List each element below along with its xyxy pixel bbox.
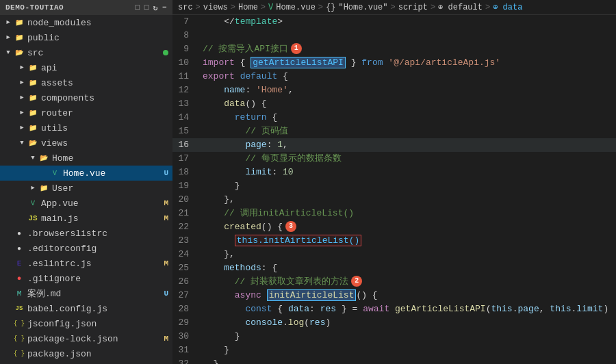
- line-content: }: [200, 330, 616, 343]
- line-content: // 页码值: [200, 125, 616, 138]
- md-icon: M: [14, 288, 25, 299]
- line-number: 7: [172, 15, 200, 29]
- line-number: 24: [172, 248, 200, 261]
- chevron-right-icon: ►: [3, 34, 14, 41]
- folder-open-icon: 📂: [27, 138, 38, 148]
- git-icon: ●: [14, 273, 25, 284]
- sidebar-item-editorconfig[interactable]: ► ● .editorconfig: [0, 241, 172, 256]
- sidebar-item-eslintrc[interactable]: ► E .eslintrc.js M: [0, 256, 172, 271]
- sep: >: [431, 3, 435, 12]
- config-icon: ●: [14, 228, 25, 239]
- line-content: // 按需导入API接口1: [200, 42, 616, 56]
- code-line-28: 28 const { data: res } = await getArticl…: [172, 302, 616, 316]
- json-icon: { }: [14, 348, 25, 359]
- sep: >: [231, 3, 235, 12]
- sidebar-item-case-md[interactable]: ► M 案例.md U: [0, 286, 172, 301]
- sidebar-label: package.json: [27, 349, 92, 359]
- sidebar-item-assets[interactable]: ► 📁 assets: [0, 75, 172, 90]
- line-content: return {: [200, 111, 616, 125]
- sidebar-label: src: [27, 48, 43, 58]
- line-content: // 调用initAirticleList(): [200, 207, 616, 220]
- sidebar-label: 案例.md: [27, 287, 61, 300]
- line-number: 28: [172, 302, 200, 316]
- line-content: name: 'Home',: [200, 83, 616, 97]
- line-content: },: [200, 193, 616, 207]
- sidebar-item-browserslistrc[interactable]: ► ● .browserslistrc: [0, 226, 172, 241]
- sidebar-item-package[interactable]: ► { } package.json: [0, 346, 172, 361]
- new-file-icon[interactable]: □: [136, 3, 140, 12]
- sidebar-item-jsconfig[interactable]: ► { } jsconfig.json: [0, 316, 172, 331]
- sidebar-label: utils: [41, 123, 68, 133]
- breadcrumb-default: ⊕ default: [438, 2, 483, 12]
- line-number: 13: [172, 97, 200, 111]
- chevron-right-icon: ►: [16, 109, 27, 116]
- badge-1: 1: [291, 43, 302, 54]
- line-number: 14: [172, 111, 200, 125]
- chevron-down-icon: ▼: [16, 140, 27, 146]
- line-number: 15: [172, 125, 200, 138]
- folder-icon: 📁: [27, 122, 38, 133]
- sidebar-item-main-js[interactable]: ► JS main.js M: [0, 211, 172, 226]
- code-line-26: 26 // 封装获取文章列表的方法2: [172, 275, 616, 289]
- line-content: export default {: [200, 70, 616, 83]
- code-container[interactable]: 7 </template> 8 9 // 按需导入API接口1 10 impor…: [172, 15, 616, 364]
- sidebar-item-app-vue[interactable]: ► V App.vue M: [0, 196, 172, 211]
- new-folder-icon[interactable]: □: [144, 3, 149, 12]
- sidebar-label: Home: [52, 153, 73, 164]
- sidebar-item-views[interactable]: ▼ 📂 views: [0, 135, 172, 151]
- sep: >: [261, 3, 266, 12]
- sidebar-item-package-lock[interactable]: ► { } package-lock.json M: [0, 331, 172, 346]
- line-number: 16: [172, 138, 200, 152]
- sidebar-item-components[interactable]: ► 📁 components: [0, 90, 172, 105]
- highlight-getarticlelistapi: getArticleListAPI: [251, 57, 346, 68]
- code-line-14: 14 return {: [172, 111, 616, 125]
- editor-area: src > views > Home > V Home.vue > {} "Ho…: [172, 0, 616, 364]
- line-number: 19: [172, 179, 200, 193]
- sidebar-item-home-folder[interactable]: ▼ 📂 Home: [0, 151, 172, 166]
- line-content: page: 1,: [200, 138, 616, 152]
- code-line-29: 29 console.log(res): [172, 316, 616, 330]
- line-content: created() {3: [200, 220, 616, 234]
- line-number: 25: [172, 261, 200, 275]
- code-line-23: 23 this.initAirticleList(): [172, 234, 616, 248]
- badge-m: M: [164, 335, 168, 343]
- sidebar-item-gitignore[interactable]: ► ● .gitignore: [0, 271, 172, 286]
- breadcrumb-views: views: [203, 3, 228, 12]
- sidebar-label: views: [41, 138, 68, 148]
- code-line-10: 10 import { getArticleListAPI } from '@/…: [172, 56, 616, 70]
- line-number: 29: [172, 316, 200, 330]
- sidebar-item-public[interactable]: ► 📁 public: [0, 30, 172, 45]
- sidebar-label: jsconfig.json: [27, 319, 97, 329]
- sidebar-item-user-folder[interactable]: ► 📁 User: [0, 181, 172, 196]
- line-number: 8: [172, 29, 200, 42]
- sidebar-item-utils[interactable]: ► 📁 utils: [0, 120, 172, 135]
- badge-u: U: [164, 169, 168, 177]
- breadcrumb-obj-icon: {}: [326, 3, 335, 12]
- sidebar-item-router[interactable]: ► 📁 router: [0, 105, 172, 120]
- folder-icon: 📁: [38, 183, 49, 194]
- folder-icon: 📁: [27, 77, 38, 88]
- sidebar-label: router: [41, 108, 73, 118]
- chevron-down-icon: ▼: [3, 49, 14, 56]
- sidebar-item-home-vue[interactable]: ► V Home.vue U: [0, 166, 172, 181]
- line-content: limit: 10: [200, 166, 616, 179]
- sidebar-title: DEMO-TOUTIAO: [5, 3, 64, 12]
- sidebar-label: .gitignore: [27, 274, 81, 284]
- collapse-icon[interactable]: −: [162, 3, 167, 12]
- sidebar-item-node-modules[interactable]: ► 📁 node_modules: [0, 15, 172, 30]
- line-number: 31: [172, 343, 200, 357]
- chevron-right-icon: ►: [3, 19, 14, 26]
- line-content: this.initAirticleList(): [200, 234, 616, 248]
- sidebar-item-src[interactable]: ▼ 📂 src: [0, 45, 172, 60]
- sidebar-item-api[interactable]: ► 📁 api: [0, 60, 172, 75]
- sidebar-label: User: [52, 183, 73, 194]
- sidebar: DEMO-TOUTIAO □ □ ↻ − ► 📁 node_modules ► …: [0, 0, 172, 364]
- code-line-22: 22 created() {3: [172, 220, 616, 234]
- line-content: // 每页显示的数据条数: [200, 152, 616, 166]
- refresh-icon[interactable]: ↻: [153, 3, 158, 12]
- code-line-20: 20 },: [172, 193, 616, 207]
- sep: >: [196, 3, 201, 12]
- sidebar-item-babel[interactable]: ► JS babel.config.js: [0, 301, 172, 316]
- js-icon: JS: [14, 303, 25, 314]
- folder-icon: 📁: [27, 62, 38, 73]
